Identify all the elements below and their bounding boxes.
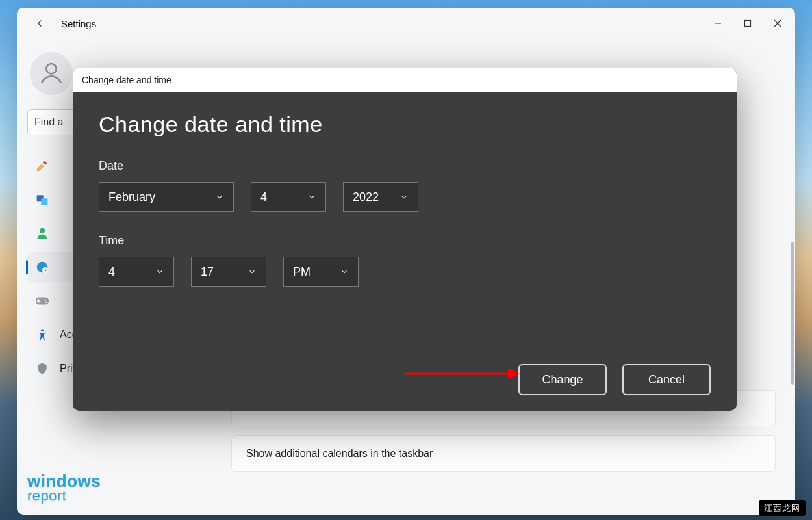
chevron-down-icon: [215, 192, 224, 202]
dialog-heading: Change date and time: [99, 112, 711, 137]
close-icon: [774, 20, 781, 27]
maximize-button[interactable]: [733, 13, 763, 34]
minimize-icon: [714, 20, 722, 27]
year-value: 2022: [353, 190, 379, 204]
chevron-down-icon: [400, 192, 409, 202]
dialog-footer: Change Cancel: [99, 364, 711, 395]
svg-rect-6: [41, 198, 47, 205]
hour-value: 4: [108, 265, 115, 279]
time-label: Time: [99, 234, 711, 248]
close-button[interactable]: [763, 13, 793, 34]
window-titlebar: Settings: [17, 8, 795, 39]
ampm-value: PM: [293, 265, 311, 279]
month-combobox[interactable]: February: [99, 182, 234, 212]
accessibility-icon: [35, 328, 49, 342]
globe-clock-icon: [35, 260, 49, 274]
watermark-left: windows report: [27, 473, 101, 503]
svg-point-11: [44, 299, 46, 301]
shield-icon: [35, 361, 49, 376]
month-value: February: [108, 190, 155, 204]
chevron-down-icon: [307, 192, 316, 202]
additional-calendars-card[interactable]: Show additional calendars in the taskbar: [231, 436, 776, 472]
chevron-down-icon: [155, 267, 164, 276]
day-combobox[interactable]: 4: [251, 182, 326, 212]
person-icon: [35, 226, 49, 240]
day-value: 4: [260, 190, 267, 204]
minute-combobox[interactable]: 17: [191, 257, 266, 287]
dialog-titlebar: Change date and time: [73, 68, 737, 92]
change-button[interactable]: Change: [518, 364, 607, 395]
svg-point-12: [45, 302, 47, 304]
vertical-scrollbar[interactable]: [791, 242, 794, 385]
date-label: Date: [99, 159, 711, 173]
svg-point-13: [41, 329, 44, 332]
date-row: February 4 2022: [99, 182, 711, 212]
paintbrush-icon: [35, 159, 49, 173]
minute-value: 17: [201, 265, 214, 279]
year-combobox[interactable]: 2022: [343, 182, 418, 212]
back-arrow-icon: [34, 18, 46, 29]
window-controls: [703, 13, 793, 34]
svg-point-4: [46, 64, 56, 73]
gamepad-icon: [35, 294, 49, 308]
avatar-icon: [37, 59, 66, 88]
watermark-right: 江西龙网: [759, 500, 806, 516]
window-title: Settings: [61, 18, 96, 29]
avatar[interactable]: [30, 52, 73, 95]
minimize-button[interactable]: [703, 13, 733, 34]
maximize-icon: [744, 20, 752, 27]
chevron-down-icon: [247, 267, 257, 276]
svg-rect-1: [745, 21, 751, 27]
apps-icon: [35, 192, 49, 207]
hour-combobox[interactable]: 4: [99, 257, 174, 287]
change-date-time-dialog: Change date and time Change date and tim…: [73, 68, 737, 411]
time-row: 4 17 PM: [99, 257, 711, 287]
svg-point-7: [40, 228, 45, 233]
chevron-down-icon: [340, 267, 349, 276]
back-button[interactable]: [31, 14, 49, 32]
cancel-button[interactable]: Cancel: [622, 364, 711, 395]
ampm-combobox[interactable]: PM: [283, 257, 359, 287]
